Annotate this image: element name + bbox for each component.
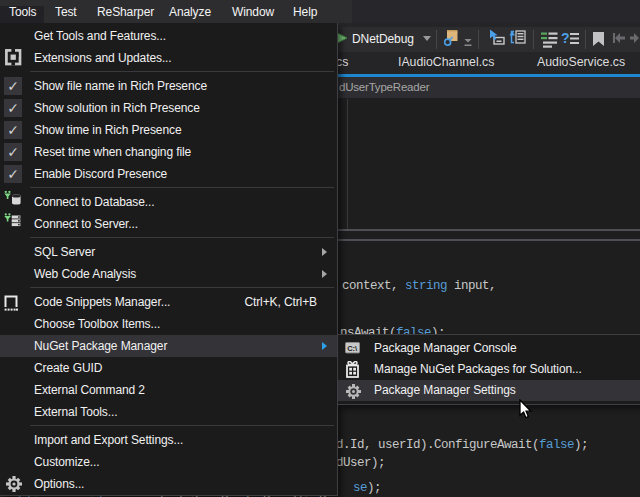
svg-text:?: ? xyxy=(561,30,570,46)
svg-text:C:\: C:\ xyxy=(347,344,358,353)
